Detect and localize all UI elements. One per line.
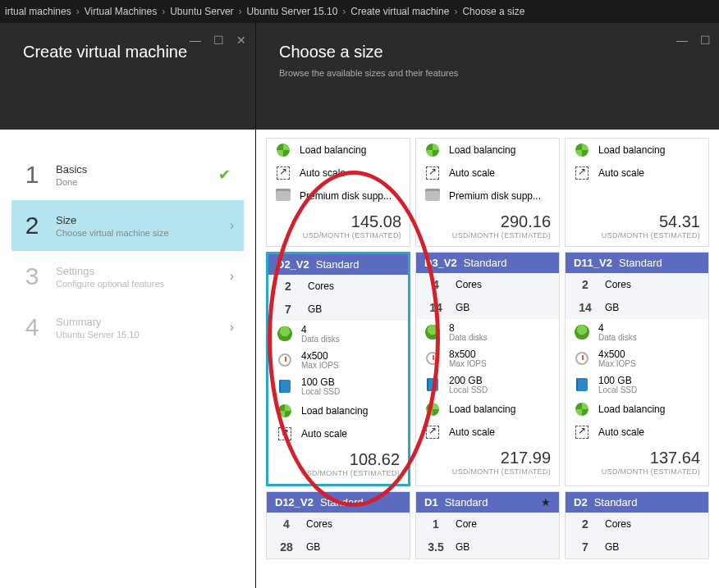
minimize-icon[interactable]: — xyxy=(676,34,688,46)
disks-label: Data disks xyxy=(301,335,400,344)
chevron-right-icon: › xyxy=(230,269,234,284)
size-tier: Standard xyxy=(619,257,662,269)
disks-count: 4 xyxy=(301,324,307,335)
auto-scale-icon xyxy=(574,165,590,181)
size-tier: Standard xyxy=(464,257,507,269)
chevron-right-icon: › xyxy=(239,6,242,17)
step-desc: Done xyxy=(56,177,205,187)
cores-label: Cores xyxy=(308,280,400,292)
breadcrumb-item[interactable]: Virtual Machines xyxy=(85,6,158,17)
premium-disk-icon xyxy=(275,188,291,204)
size-sku: D11_V2 xyxy=(574,257,612,269)
step-name: Summary xyxy=(56,316,217,328)
size-card-d11-v2[interactable]: D11_V2Standard 2Cores 14GB 4Data disks 4… xyxy=(565,252,709,486)
disks-count: 8 xyxy=(449,322,455,334)
size-card-d2-v2[interactable]: D2_V2Standard 2Cores 7GB 4Data disks 4x5… xyxy=(266,252,410,486)
breadcrumb-item[interactable]: Ubuntu Server 15.10 xyxy=(247,6,338,17)
cores-label: Core xyxy=(456,518,551,530)
ssd-label: Local SSD xyxy=(598,386,700,394)
feature-label: Auto scale xyxy=(449,426,551,438)
size-card-d1[interactable]: D1Standard★ 1Core 3.5GB xyxy=(415,491,560,559)
feature-label: Auto scale xyxy=(449,167,551,179)
ram-count: 14 xyxy=(424,301,447,314)
size-card[interactable]: Load balancing Auto scale 54.31USD/MONTH… xyxy=(565,138,709,247)
step-number: 1 xyxy=(21,161,43,189)
size-card[interactable]: Load balancing Auto scale Premium disk s… xyxy=(266,138,410,247)
cores-count: 2 xyxy=(277,280,300,293)
breadcrumb-item[interactable]: Choose a size xyxy=(462,6,524,17)
close-icon[interactable]: ✕ xyxy=(236,34,247,46)
wizard-step-size[interactable]: 2 Size Choose virtual machine size › xyxy=(11,200,244,251)
ram-label: GB xyxy=(308,303,400,315)
iops-label: Max IOPS xyxy=(449,360,551,368)
size-sku: D12_V2 xyxy=(275,496,314,508)
size-tier: Standard xyxy=(445,496,488,508)
wizard-step-settings[interactable]: 3 Settings Configure optional features › xyxy=(11,251,244,302)
breadcrumb-item[interactable]: irtual machines xyxy=(5,6,71,17)
cores-label: Cores xyxy=(456,279,551,290)
maximize-icon[interactable]: ☐ xyxy=(213,34,224,46)
auto-scale-icon xyxy=(424,424,441,440)
price-unit: USD/MONTH (ESTIMATED) xyxy=(277,469,400,477)
step-number: 3 xyxy=(21,262,43,290)
size-card-d12-v2[interactable]: D12_V2Standard 4Cores 28GB xyxy=(266,491,410,559)
ram-count: 14 xyxy=(574,301,597,314)
feature-label: Load balancing xyxy=(301,405,400,417)
step-desc: Ubuntu Server 15.10 xyxy=(56,330,217,340)
iops-value: 4x500 xyxy=(598,349,625,360)
size-card-d2[interactable]: D2Standard 2Cores 7GB xyxy=(565,491,709,559)
ram-count: 28 xyxy=(275,540,298,554)
cores-count: 4 xyxy=(424,278,447,291)
feature-label: Premium disk supp... xyxy=(300,190,401,202)
step-name: Size xyxy=(56,214,217,226)
size-tier: Standard xyxy=(320,496,364,508)
disk-icon xyxy=(424,324,441,340)
auto-scale-icon xyxy=(275,165,291,181)
price: 290.16 xyxy=(424,212,551,231)
disk-icon xyxy=(574,324,590,340)
ram-count: 7 xyxy=(277,303,300,316)
step-desc: Configure optional features xyxy=(56,279,217,289)
premium-disk-icon xyxy=(424,188,441,204)
auto-scale-icon xyxy=(574,424,590,440)
star-icon[interactable]: ★ xyxy=(541,496,551,508)
cores-count: 2 xyxy=(574,517,597,531)
price: 137.64 xyxy=(574,449,700,467)
ram-label: GB xyxy=(605,541,700,553)
ssd-icon xyxy=(277,378,293,394)
cores-label: Cores xyxy=(605,279,700,290)
check-icon: ✔ xyxy=(218,166,231,184)
cores-label: Cores xyxy=(306,518,401,530)
create-vm-panel: — ☐ ✕ Create virtual machine 1 Basics Do… xyxy=(0,23,255,588)
chevron-right-icon: › xyxy=(230,218,234,233)
wizard-step-basics[interactable]: 1 Basics Done ✔ xyxy=(11,149,244,200)
maximize-icon[interactable]: ☐ xyxy=(699,34,711,46)
ram-count: 3.5 xyxy=(424,540,447,554)
price: 54.31 xyxy=(574,212,700,231)
cores-count: 2 xyxy=(574,278,597,291)
chevron-right-icon: › xyxy=(342,6,346,17)
price-unit: USD/MONTH (ESTIMATED) xyxy=(424,231,551,239)
feature-label: Premium disk supp... xyxy=(449,190,551,202)
size-card[interactable]: Load balancing Auto scale Premium disk s… xyxy=(415,138,560,247)
wizard-step-summary[interactable]: 4 Summary Ubuntu Server 15.10 › xyxy=(11,302,244,353)
price-unit: USD/MONTH (ESTIMATED) xyxy=(574,467,700,476)
breadcrumb-item[interactable]: Ubuntu Server xyxy=(170,6,233,17)
wizard-steps: 1 Basics Done ✔ 2 Size Choose virtual ma… xyxy=(0,130,255,372)
cores-count: 1 xyxy=(424,517,447,531)
load-balancing-icon xyxy=(574,142,590,158)
ssd-value: 100 GB xyxy=(598,375,632,386)
ram-label: GB xyxy=(456,302,551,313)
iops-label: Max IOPS xyxy=(301,362,400,370)
chevron-right-icon: › xyxy=(76,6,80,17)
auto-scale-icon xyxy=(277,426,293,442)
iops-label: Max IOPS xyxy=(598,360,700,368)
price-unit: USD/MONTH (ESTIMATED) xyxy=(424,467,551,476)
size-card-d3-v2[interactable]: D3_V2Standard 4Cores 14GB 8Data disks 8x… xyxy=(415,252,560,486)
breadcrumb-item[interactable]: Create virtual machine xyxy=(350,6,449,17)
minimize-icon[interactable]: — xyxy=(190,34,201,46)
size-sku: D2_V2 xyxy=(277,258,309,271)
ram-count: 7 xyxy=(574,540,597,554)
disks-label: Data disks xyxy=(598,334,700,342)
disks-label: Data disks xyxy=(449,334,551,342)
